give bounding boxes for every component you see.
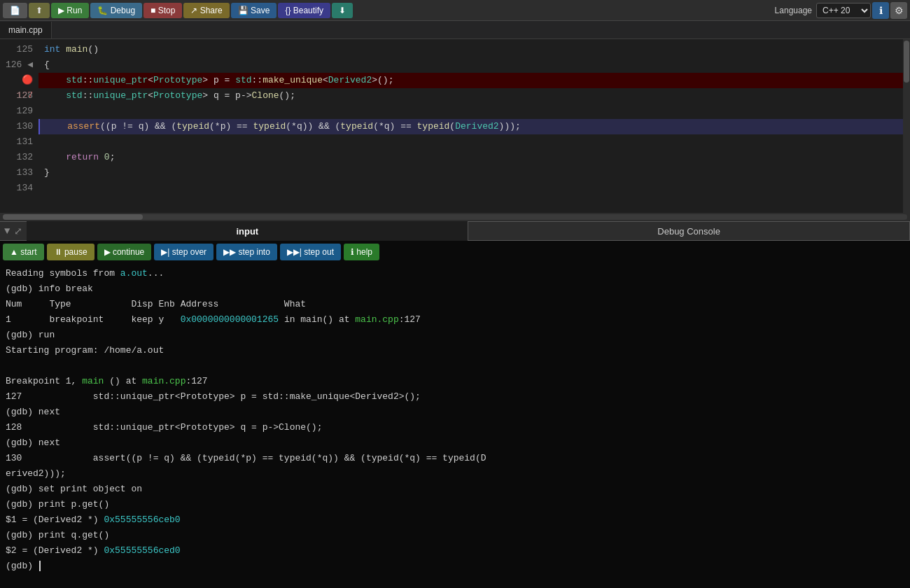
file-button[interactable]: 📄 bbox=[3, 3, 27, 18]
run-button[interactable]: ▶ Run bbox=[51, 3, 89, 18]
console-line-2: (gdb) info break bbox=[6, 281, 904, 297]
console-line-18: (gdb) print q.get() bbox=[6, 528, 904, 543]
bottom-panel: ▲ start ⏸ pause ▶ continue ▶| step over … bbox=[0, 241, 910, 588]
debug-button[interactable]: 🐛 Debug bbox=[90, 3, 142, 18]
line-num-126: 126 ◀ bbox=[3, 57, 33, 73]
horizontal-scrollbar[interactable] bbox=[0, 213, 910, 221]
line-num-128: 128 bbox=[3, 88, 33, 104]
line-num-125: 125 bbox=[3, 42, 33, 57]
editor-scrollbar[interactable] bbox=[903, 39, 910, 213]
console-line-16: (gdb) print p.get() bbox=[6, 497, 904, 512]
code-line-129 bbox=[38, 104, 903, 119]
debug-stepout-button[interactable]: ▶▶| step out bbox=[280, 244, 341, 260]
toolbar: 📄 ⬆ ▶ Run 🐛 Debug ■ Stop ↗ Share 💾 Save … bbox=[0, 0, 910, 21]
code-line-127: std::unique_ptr<Prototype> p = std::make… bbox=[38, 73, 903, 88]
beautify-button[interactable]: {} Beautify bbox=[278, 3, 330, 18]
code-line-128: std::unique_ptr<Prototype> q = p->Clone(… bbox=[38, 88, 903, 104]
console-line-1: Reading symbols from a.out... bbox=[6, 266, 904, 281]
line-num-132: 132 bbox=[3, 150, 33, 165]
h-scrollbar-thumb[interactable] bbox=[3, 214, 143, 220]
save-button[interactable]: 💾 Save bbox=[231, 3, 277, 18]
console-line-20: (gdb) bbox=[6, 559, 904, 574]
share-button[interactable]: ↗ Share bbox=[183, 3, 229, 18]
console-line-12: (gdb) next bbox=[6, 435, 904, 451]
h-scrollbar-track bbox=[3, 214, 907, 220]
console-line-9: 127 std::unique_ptr<Prototype> p = std::… bbox=[6, 389, 904, 405]
vertical-scrollbar-thumb[interactable] bbox=[904, 41, 909, 83]
line-numbers: 125 126 ◀ 🔴 127 128 129 130 131 132 133 … bbox=[0, 39, 38, 213]
expand-icon[interactable]: ⤢ bbox=[14, 225, 22, 237]
info-button[interactable]: ℹ bbox=[872, 2, 889, 19]
download-button[interactable]: ⬇ bbox=[332, 3, 353, 18]
debug-continue-button[interactable]: ▶ continue bbox=[97, 244, 152, 260]
stop-button[interactable]: ■ Stop bbox=[144, 3, 182, 18]
debug-start-button[interactable]: ▲ start bbox=[3, 244, 44, 260]
console-line-19: $2 = (Derived2 *) 0x55555556ced0 bbox=[6, 543, 904, 559]
code-line-130: assert((p != q) && (typeid(*p) == typeid… bbox=[38, 119, 903, 134]
upload-button[interactable]: ⬆ bbox=[29, 3, 50, 18]
collapse-icon[interactable]: ▼ bbox=[4, 225, 10, 237]
file-tabs: main.cpp bbox=[0, 21, 910, 39]
code-line-125: int main() bbox=[38, 42, 903, 57]
console-line-13: 130 assert((p != q) && (typeid(*p) == ty… bbox=[6, 451, 904, 466]
line-num-129: 129 bbox=[3, 104, 33, 119]
code-line-132: return 0; bbox=[38, 150, 903, 165]
code-line-131 bbox=[38, 134, 903, 150]
console-line-10: (gdb) next bbox=[6, 405, 904, 420]
debug-stepover-button[interactable]: ▶| step over bbox=[154, 244, 214, 260]
console-line-5: (gdb) run bbox=[6, 328, 904, 343]
console-line-15: (gdb) set print object on bbox=[6, 482, 904, 497]
console-line-4: 1 breakpoint keep y 0x0000000000001265 i… bbox=[6, 312, 904, 328]
line-num-134: 134 bbox=[3, 181, 33, 196]
language-select[interactable]: C++ 20 C++ 17 C++ 14 C 17 Java Python 3 bbox=[816, 3, 871, 18]
line-num-127: 🔴 127 bbox=[3, 73, 33, 88]
console-line-7 bbox=[6, 358, 904, 374]
line-num-130: 130 bbox=[3, 119, 33, 134]
console-area: Reading symbols from a.out... (gdb) info… bbox=[0, 263, 910, 588]
console-line-3: Num Type Disp Enb Address What bbox=[6, 297, 904, 312]
language-label: Language bbox=[775, 6, 812, 15]
line-num-133: 133 bbox=[3, 165, 33, 181]
debug-pause-button[interactable]: ⏸ pause bbox=[47, 244, 94, 260]
line-num-131: 131 bbox=[3, 134, 33, 150]
debug-stepinto-button[interactable]: ▶▶ step into bbox=[216, 244, 277, 260]
code-content[interactable]: int main() { std::unique_ptr<Prototype> … bbox=[38, 39, 903, 213]
code-line-134 bbox=[38, 181, 903, 196]
console-line-6: Starting program: /home/a.out bbox=[6, 343, 904, 358]
file-tab-main[interactable]: main.cpp bbox=[0, 22, 52, 38]
console-line-14: erived2))); bbox=[6, 466, 904, 482]
panel-header: ▼ ⤢ input Debug Console bbox=[0, 221, 910, 241]
code-line-126: { bbox=[38, 57, 903, 73]
debug-toolbar: ▲ start ⏸ pause ▶ continue ▶| step over … bbox=[0, 241, 910, 263]
console-line-17: $1 = (Derived2 *) 0x55555556ceb0 bbox=[6, 512, 904, 528]
console-line-11: 128 std::unique_ptr<Prototype> q = p->Cl… bbox=[6, 420, 904, 435]
code-line-133: } bbox=[38, 165, 903, 181]
tab-debug-console[interactable]: Debug Console bbox=[468, 221, 910, 241]
settings-button[interactable]: ⚙ bbox=[890, 2, 907, 19]
panel-resize-controls: ▼ ⤢ bbox=[0, 225, 27, 237]
debug-help-button[interactable]: ℹ help bbox=[344, 244, 379, 260]
tab-input[interactable]: input bbox=[27, 221, 468, 241]
editor-area: 125 126 ◀ 🔴 127 128 129 130 131 132 133 … bbox=[0, 39, 910, 213]
console-line-8: Breakpoint 1, main () at main.cpp:127 bbox=[6, 374, 904, 389]
